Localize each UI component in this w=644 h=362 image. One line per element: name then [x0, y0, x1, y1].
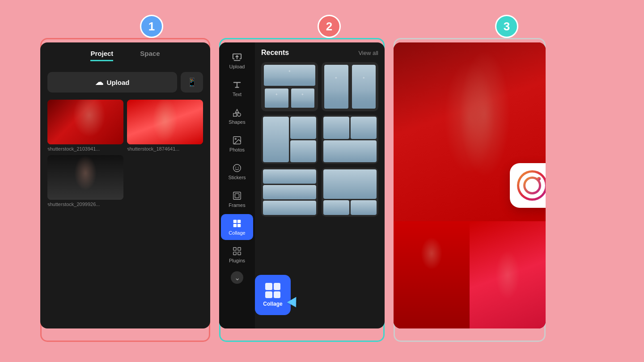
panel-1-tabs: Project Space	[47, 50, 203, 65]
sidebar-item-shapes[interactable]: Shapes	[221, 103, 253, 129]
sidebar-item-text[interactable]: Text	[221, 76, 253, 101]
panel-1-project: Project Space ☁ Upload 📱	[40, 42, 210, 328]
svg-rect-14	[238, 252, 241, 255]
list-item[interactable]: shutterstock_2099926...	[47, 155, 123, 207]
result-images-bottom	[394, 221, 546, 328]
upload-button[interactable]: ☁ Upload	[47, 72, 177, 93]
mobile-button[interactable]: 📱	[181, 72, 203, 93]
instagram-badge	[510, 163, 546, 208]
panel-2-editor: Upload Text Shapes	[219, 42, 385, 328]
collage-template-1[interactable]	[261, 62, 318, 111]
sidebar-item-collage[interactable]: Collage	[221, 214, 253, 240]
thumbnails-grid: shutterstock_2103941... shutterstock_187…	[47, 100, 203, 207]
svg-rect-10	[237, 224, 241, 227]
sidebar-label-photos: Photos	[229, 147, 245, 152]
thumbnail-image-2	[127, 100, 203, 144]
sidebar-label-stickers: Stickers	[228, 175, 246, 180]
svg-rect-6	[235, 194, 239, 198]
frames-icon	[232, 191, 242, 201]
svg-rect-5	[233, 192, 241, 200]
collage-template-4[interactable]	[322, 115, 378, 164]
collage-template-2[interactable]	[322, 62, 378, 111]
thumbnail-image-3	[47, 155, 123, 200]
main-container: 1 2 3 Project Space ☁ Upload 📱	[22, 20, 622, 342]
step-badge-3: 3	[495, 15, 518, 38]
instagram-dot	[537, 177, 541, 181]
svg-rect-9	[233, 224, 237, 227]
svg-rect-13	[233, 252, 236, 255]
collage-icon-cell-3	[265, 291, 272, 299]
sidebar-item-plugins[interactable]: Plugins	[221, 242, 253, 268]
upload-cloud-icon: ☁	[95, 77, 103, 87]
collage-template-5[interactable]	[261, 168, 318, 217]
collage-grid-icon	[265, 283, 280, 298]
collage-templates-grid	[261, 62, 378, 217]
collage-template-6[interactable]	[322, 168, 378, 217]
sidebar-more-button[interactable]: ⌄	[231, 271, 243, 284]
panel-2-wrapper: Upload Text Shapes	[219, 29, 385, 342]
sidebar-item-photos[interactable]: Photos	[221, 131, 253, 157]
panel-3-result	[394, 42, 546, 328]
plugins-icon	[232, 246, 242, 256]
sidebar-label-upload: Upload	[229, 64, 245, 69]
thumbnail-label-3: shutterstock_2099926...	[47, 202, 123, 207]
sidebar-label-shapes: Shapes	[229, 119, 245, 125]
svg-rect-7	[233, 220, 237, 223]
upload-icon	[232, 52, 242, 62]
thumbnail-image-1	[47, 100, 123, 144]
text-icon	[232, 80, 242, 90]
step-badge-1: 1	[140, 15, 163, 38]
collage-icon-cell-2	[274, 283, 281, 290]
photos-icon	[232, 135, 242, 145]
step-badge-2: 2	[318, 15, 341, 38]
list-item[interactable]: shutterstock_1874641...	[127, 100, 203, 152]
panel-3-wrapper	[394, 29, 546, 342]
tab-project[interactable]: Project	[90, 50, 113, 61]
panel-1-wrapper: Project Space ☁ Upload 📱	[40, 29, 210, 342]
sidebar-label-text: Text	[233, 92, 242, 97]
collage-icon	[232, 219, 242, 228]
svg-rect-12	[238, 248, 241, 250]
woman-figure-bottom-left	[394, 221, 470, 328]
recents-header: Recents View all	[261, 49, 378, 57]
mobile-icon: 📱	[187, 77, 197, 87]
sidebar-item-upload[interactable]: Upload	[221, 48, 253, 74]
recents-title: Recents	[261, 49, 289, 57]
result-image-bottom-left	[394, 221, 470, 328]
sidebar: Upload Text Shapes	[219, 42, 255, 328]
sidebar-item-stickers[interactable]: Stickers	[221, 159, 253, 185]
sidebar-item-frames[interactable]: Frames	[221, 186, 253, 212]
shapes-icon	[232, 108, 242, 118]
tab-space[interactable]: Space	[140, 50, 160, 61]
collage-icon-cell-1	[265, 283, 272, 290]
svg-point-2	[233, 164, 241, 172]
stickers-icon	[232, 163, 242, 173]
view-all-link[interactable]: View all	[358, 50, 378, 56]
collage-template-3[interactable]	[261, 115, 318, 164]
upload-area: ☁ Upload 📱	[47, 72, 203, 93]
instagram-icon	[517, 170, 546, 201]
svg-point-1	[235, 138, 236, 139]
collage-active-item[interactable]: Collage	[255, 275, 291, 315]
thumbnail-label-1: shutterstock_2103941...	[47, 146, 123, 152]
result-image-bottom-right	[470, 221, 546, 328]
thumbnail-label-2: shutterstock_1874641...	[127, 146, 203, 152]
list-item[interactable]: shutterstock_2103941...	[47, 100, 123, 152]
sidebar-label-collage: Collage	[229, 230, 245, 236]
woman-figure-bottom-right	[470, 221, 546, 328]
svg-point-4	[238, 167, 239, 168]
svg-rect-8	[237, 220, 241, 223]
sidebar-label-plugins: Plugins	[229, 258, 245, 263]
collage-active-label: Collage	[263, 301, 282, 307]
sidebar-label-frames: Frames	[229, 202, 245, 208]
svg-rect-11	[233, 248, 236, 250]
chevron-down-icon: ⌄	[234, 274, 240, 282]
svg-point-3	[235, 167, 236, 168]
collage-icon-cell-4	[274, 291, 281, 299]
